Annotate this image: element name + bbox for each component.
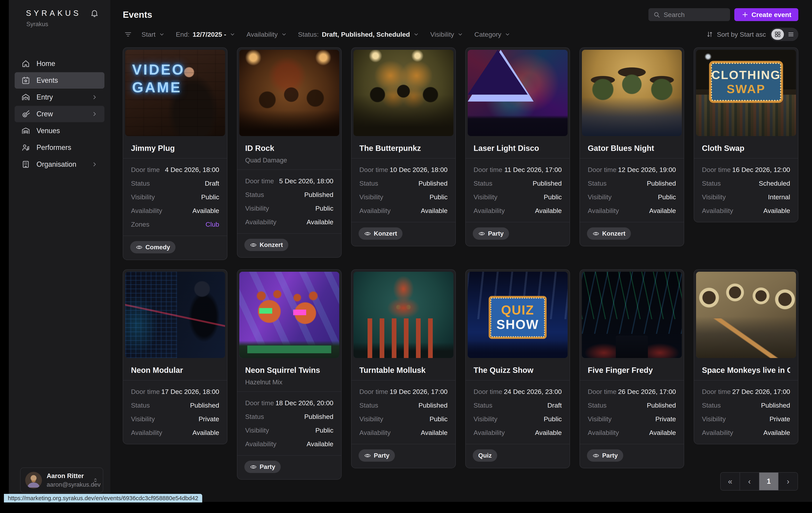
event-title-section: Gator Blues Night bbox=[580, 138, 684, 158]
detail-row: Status Scheduled bbox=[702, 179, 790, 187]
eye-icon bbox=[250, 463, 257, 471]
detail-row: Availability Available bbox=[359, 429, 447, 436]
detail-value: Available bbox=[307, 440, 334, 448]
event-card[interactable]: ID Rock Quad Damage Door time 5 Dec 2026… bbox=[237, 48, 342, 258]
category-badge-label: Konzert bbox=[602, 230, 626, 237]
detail-label: Visibility bbox=[131, 193, 155, 201]
sidebar-item-entry[interactable]: Entry bbox=[14, 89, 105, 106]
bell-icon[interactable] bbox=[90, 8, 99, 18]
filter-availability[interactable]: Availability bbox=[246, 31, 287, 38]
event-title-section: Five Finger Fredy bbox=[580, 360, 684, 380]
detail-label: Status bbox=[131, 179, 150, 187]
filter-status[interactable]: Status: Draft, Published, Scheduled bbox=[298, 31, 419, 38]
sidebar-item-performers[interactable]: Performers bbox=[14, 139, 105, 156]
list-view-button[interactable] bbox=[785, 29, 797, 40]
sidebar-nav: Home Events Entry Crew Venues Performers… bbox=[9, 55, 110, 173]
sidebar-item-events[interactable]: Events bbox=[14, 72, 105, 89]
detail-value: 27 Dec 2026, 17:00 bbox=[732, 388, 790, 396]
detail-value: Published bbox=[304, 191, 334, 199]
sidebar-item-venues[interactable]: Venues bbox=[14, 122, 105, 139]
eye-icon bbox=[364, 230, 371, 237]
detail-row: Status Published bbox=[588, 402, 676, 409]
user-menu[interactable]: Aaron Ritter aaron@syrakus.dev bbox=[20, 467, 103, 493]
search-box bbox=[648, 8, 730, 21]
detail-label: Door time bbox=[473, 388, 502, 396]
detail-row: Visibility Public bbox=[473, 193, 562, 201]
event-card[interactable]: Neon Squirrel Twins Hazelnut Mix Door ti… bbox=[237, 269, 342, 480]
event-title: The Quizz Show bbox=[473, 366, 562, 375]
detail-value: 17 Dec 2026, 18:00 bbox=[161, 388, 219, 396]
detail-row: Visibility Public bbox=[359, 193, 447, 201]
category-badge: Party bbox=[473, 227, 509, 240]
search-input[interactable] bbox=[663, 11, 725, 19]
user-meta: Aaron Ritter aaron@syrakus.dev bbox=[47, 472, 88, 488]
event-card[interactable]: QUIZ SHOW The Quizz Show Door time 24 De… bbox=[465, 269, 570, 468]
detail-row: Availability Available bbox=[702, 429, 790, 436]
pagination-next-button[interactable]: › bbox=[779, 473, 798, 490]
detail-row: Status Draft bbox=[131, 179, 219, 187]
detail-value: Published bbox=[647, 179, 676, 187]
filter-category[interactable]: Category bbox=[474, 31, 511, 38]
event-card[interactable]: Five Finger Fredy Door time 26 Dec 2026,… bbox=[580, 269, 684, 468]
eye-icon bbox=[592, 452, 600, 459]
sidebar-item-organisation[interactable]: Organisation bbox=[14, 156, 105, 173]
pagination-page-1[interactable]: 1 bbox=[759, 473, 779, 490]
filter-label: Category bbox=[474, 31, 501, 38]
event-image: VIDEO GAME bbox=[125, 50, 225, 136]
create-event-button[interactable]: Create event bbox=[734, 8, 798, 21]
detail-value: Public bbox=[315, 205, 334, 212]
detail-label: Availability bbox=[359, 207, 390, 215]
brand-row: SYRAKUS bbox=[9, 0, 110, 18]
event-card[interactable]: Laser Light Disco Door time 11 Dec 2026,… bbox=[465, 48, 570, 246]
event-card[interactable]: CLOTHING SWAP Cloth Swap Door time 16 De… bbox=[694, 48, 798, 222]
detail-label: Visibility bbox=[359, 193, 383, 201]
detail-label: Visibility bbox=[588, 193, 612, 201]
detail-label: Status bbox=[359, 179, 378, 187]
detail-row: Visibility Public bbox=[245, 427, 334, 434]
filter-label: Availability bbox=[246, 31, 278, 38]
event-image-sign: QUIZ SHOW bbox=[489, 296, 547, 339]
detail-row: Availability Available bbox=[588, 429, 676, 436]
detail-label: Status bbox=[588, 179, 606, 187]
detail-value: Public bbox=[658, 193, 676, 201]
event-details: Door time 5 Dec 2026, 18:00 Status Publi… bbox=[237, 170, 341, 233]
detail-row: Door time 5 Dec 2026, 18:00 bbox=[245, 177, 334, 185]
event-details: Door time 27 Dec 2026, 17:00 Status Publ… bbox=[694, 380, 798, 444]
event-card[interactable]: Neon Modular Door time 17 Dec 2026, 18:0… bbox=[123, 269, 227, 444]
calendar-star-icon bbox=[21, 76, 30, 85]
filter-end[interactable]: End: 12/7/2025 - bbox=[176, 31, 236, 38]
event-card[interactable]: Space Monkeys live in Conc... Door time … bbox=[694, 269, 798, 444]
event-card[interactable]: VIDEO GAME Jimmy Plug Door time 4 Dec 20… bbox=[123, 48, 227, 260]
category-badge: Party bbox=[244, 461, 281, 473]
pagination-first-button[interactable]: « bbox=[721, 473, 740, 490]
detail-row: Status Published bbox=[131, 402, 219, 409]
chevron-down-icon bbox=[159, 31, 165, 37]
detail-row: Status Published bbox=[245, 191, 334, 199]
detail-label: Door time bbox=[359, 166, 388, 174]
filter-bar: Start End: 12/7/2025 - Availability Stat… bbox=[124, 28, 798, 41]
filters: Start End: 12/7/2025 - Availability Stat… bbox=[142, 31, 522, 38]
detail-row: Status Published bbox=[588, 179, 676, 187]
sidebar-item-crew[interactable]: Crew bbox=[14, 106, 105, 122]
event-subtitle: Hazelnut Mix bbox=[245, 378, 334, 386]
filter-visibility[interactable]: Visibility bbox=[430, 31, 463, 38]
pagination-prev-button[interactable]: ‹ bbox=[740, 473, 759, 490]
event-card[interactable]: Gator Blues Night Door time 12 Dec 2026,… bbox=[580, 48, 684, 246]
sort-control[interactable]: Sort by Start asc bbox=[706, 31, 766, 38]
detail-value: Available bbox=[421, 207, 447, 215]
detail-row: Visibility Internal bbox=[702, 193, 790, 201]
events-grid: VIDEO GAME Jimmy Plug Door time 4 Dec 20… bbox=[123, 48, 812, 480]
filter-start[interactable]: Start bbox=[142, 31, 165, 38]
event-card[interactable]: Turntable Mollusk Door time 19 Dec 2026,… bbox=[351, 269, 456, 468]
search-icon bbox=[653, 11, 660, 18]
event-details: Door time 16 Dec 2026, 12:00 Status Sche… bbox=[694, 159, 798, 222]
filter-lines-icon[interactable] bbox=[124, 30, 132, 38]
detail-value: 5 Dec 2026, 18:00 bbox=[279, 177, 334, 185]
event-title: Space Monkeys live in Conc... bbox=[702, 366, 790, 375]
event-card[interactable]: The Butterpunkz Door time 10 Dec 2026, 1… bbox=[351, 48, 456, 246]
detail-label: Status bbox=[359, 402, 378, 409]
grid-view-button[interactable] bbox=[772, 29, 784, 40]
detail-value: Public bbox=[315, 427, 334, 434]
sidebar-item-home[interactable]: Home bbox=[14, 55, 105, 72]
detail-value: 16 Dec 2026, 12:00 bbox=[732, 166, 790, 174]
